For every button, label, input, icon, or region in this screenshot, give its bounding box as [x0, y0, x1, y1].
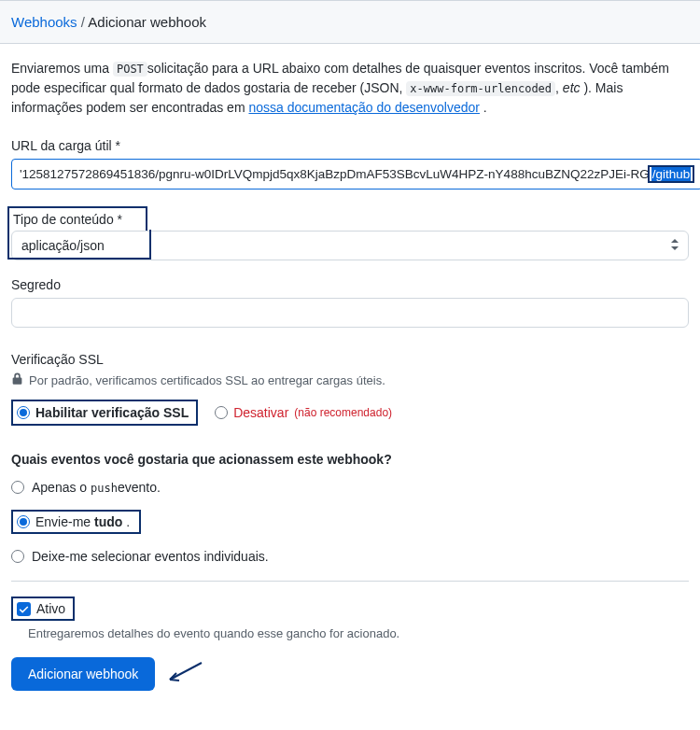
event-frag: .: [122, 514, 130, 529]
developer-docs-link[interactable]: nossa documentação do desenvolvedor: [248, 100, 480, 115]
payload-url-input[interactable]: '1258127572869451836/pgnru-w0IDrLVQmpjd5…: [11, 159, 700, 190]
intro-code-urlencoded: x-www-form-urlencoded: [406, 81, 555, 96]
event-individual-label: Deixe-me selecionar eventos individuais.: [32, 549, 269, 564]
event-push-label: Apenas o pushevento.: [32, 480, 161, 495]
intro-frag: ,: [555, 80, 563, 95]
active-section: Ativo Entregaremos detalhes do evento qu…: [11, 597, 689, 640]
ssl-title: Verificação SSL: [11, 352, 689, 367]
checkbox-checked-icon: [17, 602, 31, 616]
content-type-select[interactable]: aplicação/json: [11, 231, 689, 260]
radio-checked-icon: [17, 406, 30, 419]
payload-url-selected-text: /github: [651, 167, 692, 181]
event-everything-label: Envie-me tudo .: [35, 514, 130, 529]
event-frag: evento.: [118, 480, 161, 495]
breadcrumb-root-link[interactable]: Webhooks: [11, 14, 77, 30]
ssl-disable-option[interactable]: Desativar (não recomendado): [215, 405, 392, 420]
payload-url-field: URL da carga útil * '1258127572869451836…: [11, 138, 689, 190]
radio-unchecked-icon: [215, 406, 228, 419]
divider: [11, 581, 689, 582]
active-note: Entregaremos detalhes do evento quando e…: [28, 626, 689, 640]
intro-code-post: POST: [113, 62, 147, 77]
intro-frag: Enviaremos uma: [11, 61, 113, 76]
content-type-field: Tipo de conteúdo * aplicação/json: [11, 206, 689, 260]
event-push-option[interactable]: Apenas o pushevento.: [11, 480, 689, 495]
ssl-section: Verificação SSL Por padrão, verificamos …: [11, 352, 689, 426]
event-everything-option[interactable]: Envie-me tudo .: [11, 510, 689, 534]
ssl-note-text: Por padrão, verificamos certificados SSL…: [29, 373, 385, 387]
intro-frag: .: [480, 100, 487, 115]
ssl-enable-option[interactable]: Habilitar verificação SSL: [11, 400, 198, 426]
payload-url-highlight-box: /github: [648, 165, 695, 183]
arrow-annotation-icon: [164, 661, 205, 688]
breadcrumb-current: Adicionar webhook: [88, 14, 206, 30]
active-checkbox-option[interactable]: Ativo: [11, 597, 75, 621]
payload-url-label: URL da carga útil *: [11, 138, 689, 153]
payload-url-value-prefix: '1258127572869451836/pgnru-w0IDrLVQmpjd5…: [20, 167, 650, 181]
events-title: Quais eventos você gostaria que acionass…: [11, 452, 689, 467]
intro-text: Enviaremos uma POSTsolicitação para a UR…: [11, 59, 689, 118]
event-push-code: push: [91, 482, 118, 495]
ssl-enable-label: Habilitar verificação SSL: [35, 405, 189, 420]
add-webhook-button[interactable]: Adicionar webhook: [11, 657, 155, 691]
event-frag: Apenas o: [32, 480, 91, 495]
breadcrumb: Webhooks / Adicionar webhook: [0, 0, 700, 44]
ssl-not-recommended: (não recomendado): [294, 406, 392, 419]
radio-unchecked-icon: [11, 550, 24, 563]
secret-field: Segredo: [11, 277, 689, 328]
event-individual-option[interactable]: Deixe-me selecionar eventos individuais.: [11, 549, 689, 564]
radio-unchecked-icon: [11, 481, 24, 494]
active-label: Ativo: [36, 601, 65, 616]
lock-icon: [11, 372, 23, 388]
intro-etc: etc: [563, 80, 581, 95]
event-frag: Envie-me: [35, 514, 94, 529]
radio-checked-icon: [17, 515, 30, 528]
secret-input[interactable]: [11, 298, 689, 328]
secret-label: Segredo: [11, 277, 689, 292]
event-frag: tudo: [94, 514, 122, 529]
ssl-disable-label: Desativar: [233, 405, 288, 420]
content-type-label: Tipo de conteúdo *: [13, 212, 140, 227]
breadcrumb-separator: /: [81, 14, 85, 30]
